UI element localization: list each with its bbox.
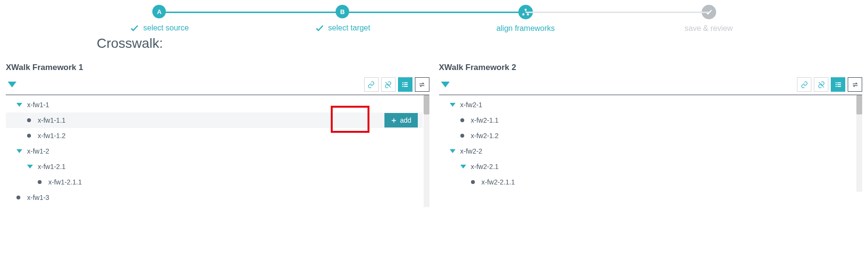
tree-row[interactable]: x-fw2-1.1 bbox=[439, 113, 856, 128]
tree-label: x-fw1-3 bbox=[27, 194, 49, 201]
tree-label: x-fw2-2 bbox=[460, 147, 483, 155]
svg-rect-10 bbox=[404, 86, 408, 87]
chevron-down-icon[interactable] bbox=[450, 149, 456, 153]
svg-rect-6 bbox=[404, 82, 408, 83]
chevron-down-icon[interactable] bbox=[16, 149, 22, 153]
svg-rect-19 bbox=[837, 82, 841, 83]
chevron-down-icon[interactable] bbox=[460, 165, 466, 169]
step-select-source[interactable]: A select source bbox=[68, 5, 251, 33]
unlink-button[interactable] bbox=[814, 77, 828, 92]
panel-header: XWalk Framework 2 bbox=[439, 61, 863, 77]
tree-label: x-fw1-2 bbox=[27, 147, 49, 155]
step-label: align frameworks bbox=[496, 24, 555, 33]
tree-row[interactable]: x-fw1-1.1 add bbox=[6, 113, 423, 128]
bullet-icon bbox=[16, 196, 20, 199]
add-button-label: add bbox=[400, 116, 411, 124]
svg-rect-8 bbox=[404, 84, 408, 85]
scrollbar-thumb[interactable] bbox=[856, 95, 862, 114]
chevron-down-icon[interactable] bbox=[450, 103, 456, 107]
check-icon bbox=[315, 23, 324, 33]
panel-toolbar bbox=[6, 77, 429, 95]
panel-framework-1: XWalk Framework 1 bbox=[6, 61, 429, 207]
tree-row[interactable]: x-fw1-1 bbox=[6, 97, 423, 113]
step-align-frameworks[interactable]: align frameworks bbox=[434, 5, 618, 33]
step-badge-b: B bbox=[336, 5, 349, 18]
bullet-icon bbox=[27, 118, 31, 122]
collapse-all-toggle[interactable] bbox=[6, 80, 18, 89]
bullet-icon bbox=[471, 180, 475, 184]
bullet-icon bbox=[460, 118, 464, 122]
stepper: A select source B select target align fr… bbox=[0, 0, 868, 33]
list-view-button[interactable] bbox=[831, 77, 845, 92]
tree-row[interactable]: x-fw2-1.2 bbox=[439, 128, 856, 143]
svg-marker-24 bbox=[450, 103, 456, 107]
link-button[interactable] bbox=[797, 77, 811, 92]
svg-rect-1 bbox=[522, 14, 524, 15]
tree-label: x-fw2-2.1.1 bbox=[482, 178, 515, 186]
tree-row[interactable]: x-fw1-2 bbox=[6, 143, 423, 159]
scrollbar-track[interactable] bbox=[856, 95, 862, 192]
step-connector bbox=[526, 12, 709, 13]
page-title: Crosswalk: bbox=[0, 33, 868, 61]
step-save-review: save & review bbox=[617, 5, 800, 33]
tree-row[interactable]: x-fw1-1.2 bbox=[6, 128, 423, 143]
svg-rect-9 bbox=[402, 86, 404, 87]
svg-rect-5 bbox=[402, 82, 404, 83]
svg-rect-0 bbox=[525, 9, 527, 10]
tree: x-fw2-1 x-fw2-1.1 x-fw2-1.2 x-fw2-2 x-fw… bbox=[439, 95, 863, 192]
chevron-down-icon[interactable] bbox=[16, 103, 22, 107]
tree-label: x-fw2-1.2 bbox=[471, 132, 499, 140]
tree-row[interactable]: x-fw2-2.1 bbox=[439, 159, 856, 174]
step-label: select target bbox=[328, 24, 370, 32]
tree-label: x-fw1-1 bbox=[27, 101, 49, 109]
tree-row[interactable]: x-fw2-1 bbox=[439, 97, 856, 113]
tree-row[interactable]: x-fw1-3 bbox=[6, 190, 423, 205]
svg-rect-22 bbox=[835, 86, 837, 87]
svg-marker-11 bbox=[16, 103, 22, 107]
svg-marker-14 bbox=[16, 149, 22, 153]
collapse-all-toggle[interactable] bbox=[439, 80, 452, 89]
tree-label: x-fw1-2.1.1 bbox=[48, 178, 82, 186]
swap-button[interactable] bbox=[415, 77, 429, 92]
svg-rect-18 bbox=[835, 82, 837, 83]
step-connector bbox=[342, 12, 526, 13]
step-connector bbox=[159, 12, 342, 13]
tree-label: x-fw2-2.1 bbox=[471, 163, 499, 170]
swap-button[interactable] bbox=[848, 77, 862, 92]
panel-header: XWalk Framework 1 bbox=[6, 61, 429, 77]
tree-label: x-fw2-1.1 bbox=[471, 116, 499, 124]
tree-label: x-fw1-1.1 bbox=[38, 116, 66, 124]
link-button[interactable] bbox=[364, 77, 379, 92]
tree-label: x-fw1-1.2 bbox=[38, 132, 66, 140]
chevron-down-icon[interactable] bbox=[27, 165, 33, 169]
svg-rect-20 bbox=[835, 84, 837, 85]
panel-toolbar bbox=[439, 77, 863, 95]
svg-rect-2 bbox=[527, 14, 529, 15]
step-select-target[interactable]: B select target bbox=[251, 5, 434, 33]
add-button[interactable]: add bbox=[384, 113, 417, 127]
tree: x-fw1-1 x-fw1-1.1 add x-fw1-1.2 bbox=[6, 95, 429, 207]
tree-row[interactable]: x-fw2-2 bbox=[439, 143, 856, 159]
scrollbar-thumb[interactable] bbox=[424, 95, 429, 114]
unlink-button[interactable] bbox=[381, 77, 396, 92]
step-label: select source bbox=[143, 24, 189, 32]
scrollbar-track[interactable] bbox=[424, 95, 429, 207]
check-icon bbox=[130, 23, 139, 33]
tree-label: x-fw1-2.1 bbox=[38, 163, 66, 170]
bullet-icon bbox=[38, 180, 42, 184]
svg-marker-26 bbox=[460, 165, 466, 169]
tree-container: x-fw2-1 x-fw2-1.1 x-fw2-1.2 x-fw2-2 x-fw… bbox=[439, 95, 863, 192]
svg-marker-16 bbox=[441, 82, 450, 87]
step-badge-a: A bbox=[152, 5, 166, 18]
svg-marker-25 bbox=[450, 149, 456, 153]
tree-container: x-fw1-1 x-fw1-1.1 add x-fw1-1.2 bbox=[6, 95, 429, 207]
svg-rect-7 bbox=[402, 84, 404, 85]
svg-marker-3 bbox=[8, 82, 16, 87]
svg-marker-15 bbox=[27, 165, 33, 169]
list-view-button[interactable] bbox=[398, 77, 412, 92]
tree-row[interactable]: x-fw1-2.1 bbox=[6, 159, 423, 174]
bullet-icon bbox=[27, 134, 31, 138]
svg-rect-23 bbox=[837, 86, 841, 87]
tree-row[interactable]: x-fw1-2.1.1 bbox=[6, 174, 423, 190]
tree-row[interactable]: x-fw2-2.1.1 bbox=[439, 174, 856, 190]
